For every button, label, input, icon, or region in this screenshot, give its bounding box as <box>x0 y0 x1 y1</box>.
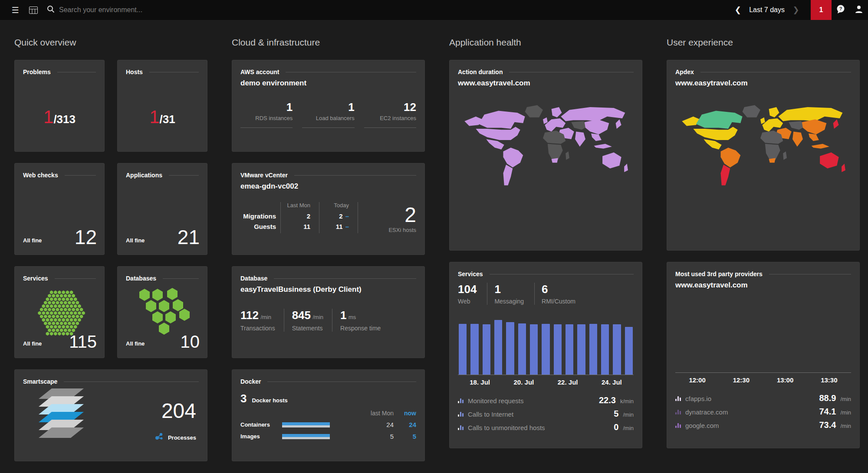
stat-label: Statements <box>292 325 323 332</box>
column-title: Quick overview <box>14 37 207 48</box>
images-bar <box>282 434 330 439</box>
metric-label: google.com <box>685 422 815 429</box>
stat-unit: /min <box>260 314 271 320</box>
title-rule <box>769 274 851 274</box>
map-region-madagascar <box>566 151 569 160</box>
tile-applications[interactable]: Applications All fine 21 <box>117 163 207 255</box>
processes-count: 204 <box>155 401 196 421</box>
timeframe-next-button[interactable]: ❯ <box>787 5 805 15</box>
hamburger-icon: ☰ <box>11 5 19 15</box>
stat-value: 845 <box>292 309 311 322</box>
tile-problems[interactable]: Problems 1/313 <box>14 60 105 152</box>
help-button[interactable]: ? <box>832 0 850 20</box>
map-region-canada <box>696 111 743 129</box>
map-region-australia <box>602 152 621 168</box>
hosts-fraction: 1/31 <box>117 107 207 127</box>
stat-label: Web <box>458 298 477 305</box>
chevron-right-icon: ❯ <box>792 6 799 14</box>
metric-unit: /min <box>840 396 851 402</box>
timeframe-selector[interactable]: Last 7 days <box>746 6 787 14</box>
cell-value: 2– <box>319 212 349 223</box>
tile-hosts[interactable]: Hosts 1/31 <box>117 60 207 152</box>
cell-value: 11– <box>319 223 349 233</box>
metric-unit: /min <box>623 411 634 418</box>
x-tick: 12:00 <box>675 376 719 384</box>
tile-services-health[interactable]: Services 104 Web 1 Messaging 6 RMI/Custo… <box>449 262 642 448</box>
dashboards-button[interactable] <box>24 0 43 20</box>
tile-apdex[interactable]: Apdex www.easytravel.com <box>667 60 860 251</box>
map-region-brazil <box>721 148 741 168</box>
tile-docker[interactable]: Docker 3 Docker hosts last Mon now Conta… <box>232 369 425 461</box>
mini-bar-chart-icon <box>675 423 681 428</box>
map-region-usa <box>476 127 520 140</box>
map-region-argentina <box>503 165 513 186</box>
tile-databases[interactable]: Databases All fine 10 <box>117 266 207 358</box>
tile-smartscape[interactable]: Smartscape 204 <box>14 369 207 461</box>
metric-label: Calls to unmonitored hosts <box>468 424 609 431</box>
title-rule <box>274 278 416 279</box>
map-region-japan <box>616 119 621 129</box>
map-region-russia <box>778 107 842 121</box>
metric-unit: /min <box>623 425 634 431</box>
dashboard-board: Quick overview Problems 1/313 Hosts 1/31… <box>0 20 868 473</box>
metric-calls-unmonitored: Calls to unmonitored hosts 0 /min <box>458 422 634 436</box>
docker-hosts-count: 3 <box>240 392 247 405</box>
x-tick: 22. Jul <box>546 378 590 386</box>
map-region-uk <box>543 117 548 124</box>
mini-bar-chart-icon <box>675 410 681 414</box>
tile-services[interactable]: Services All fine 115 <box>14 266 105 358</box>
column-title: Application health <box>449 37 642 48</box>
column-title: Cloud & infrastructure <box>232 37 425 48</box>
column-application-health: Application health Action duration www.e… <box>449 31 642 473</box>
x-axis-ticks: 18. Jul 20. Jul 22. Jul 24. Jul <box>458 378 634 386</box>
service-requests-bar-chart <box>458 320 634 375</box>
services-count: 115 <box>69 333 97 350</box>
tile-action-duration[interactable]: Action duration www.easytravel.com <box>449 60 642 251</box>
problems-badge[interactable]: 1 <box>811 0 832 20</box>
images-last-mon: 5 <box>365 433 394 440</box>
help-chat-icon: ? <box>836 4 845 16</box>
processes-label: Processes <box>168 434 196 441</box>
x-tick: 13:00 <box>763 376 807 384</box>
map-region-uk <box>760 117 765 124</box>
db-stat-transactions: 112 /min Transactions <box>240 309 284 332</box>
title-rule <box>286 72 416 72</box>
menu-button[interactable]: ☰ <box>6 0 24 20</box>
map-region-mexico <box>704 139 721 150</box>
hosts-affected: 1 <box>149 107 159 127</box>
metric-dynatrace: dynatrace.com 74.1 /min <box>675 407 851 420</box>
problems-fraction: 1/313 <box>14 107 105 127</box>
action-duration-world-map <box>449 88 642 189</box>
tile-database[interactable]: Database easyTravelBusiness (Derby Clien… <box>232 266 425 358</box>
stat-value: 6 <box>542 283 575 296</box>
databases-honeycomb-icon <box>117 285 207 338</box>
docker-hosts-label: Docker hosts <box>252 397 287 404</box>
metric-google: google.com 73.4 /min <box>675 420 851 434</box>
metric-calls-internet: Calls to Internet 5 /min <box>458 409 634 422</box>
user-menu-button[interactable] <box>850 0 868 20</box>
map-region-china <box>585 119 609 134</box>
col-header: Today <box>319 202 349 212</box>
tile-title: Action duration <box>458 69 503 75</box>
tile-title: Database <box>240 275 267 282</box>
tile-title: Databases <box>126 275 156 282</box>
tile-third-party-providers[interactable]: Most used 3rd party providers www.easytr… <box>667 262 860 448</box>
title-rule <box>169 175 199 176</box>
tile-vmware-vcenter[interactable]: VMware vCenter emea-gdn-vc002 Migrations… <box>232 163 425 255</box>
column-user-experience: User experience Apdex www.easytravel.com… <box>667 31 860 473</box>
stat-label: Response time <box>340 325 381 332</box>
search-input[interactable] <box>59 6 285 14</box>
tile-aws-account[interactable]: AWS account demo environment 1 RDS insta… <box>232 60 425 152</box>
tile-title: Most used 3rd party providers <box>675 271 763 277</box>
tile-title: Docker <box>240 378 261 385</box>
timeframe-prev-button[interactable]: ❮ <box>729 5 746 15</box>
top-bar: ☰ ❮ Last 7 days ❯ 1 ? <box>0 0 868 20</box>
tile-web-checks[interactable]: Web checks All fine 12 <box>14 163 105 255</box>
map-region-southeast_asia <box>591 134 602 141</box>
tile-title: Problems <box>23 69 51 75</box>
stat-value: 12 <box>364 101 416 114</box>
vmware-col-today: Today 2– 11– <box>319 202 353 233</box>
map-region-indonesia <box>594 144 612 149</box>
stat-value: 1 <box>240 101 293 114</box>
stat-label: RMI/Custom <box>542 298 575 305</box>
